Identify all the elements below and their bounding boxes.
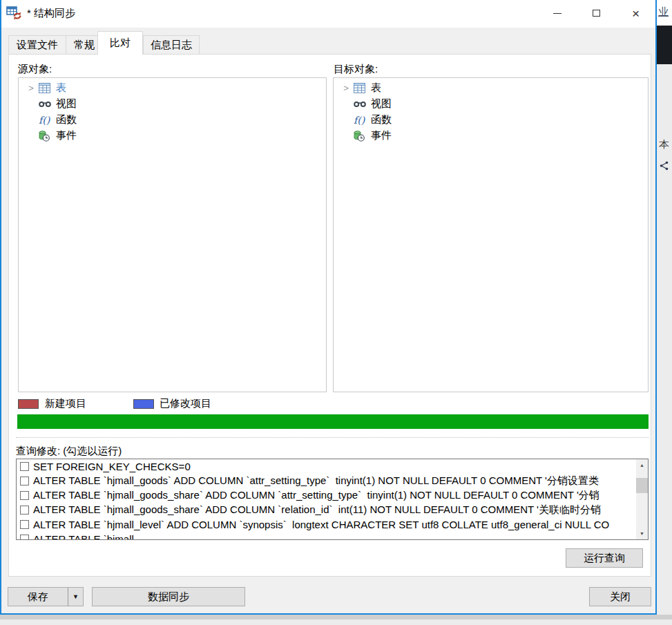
sql-text: ALTER TABLE `hjmall_level` ADD COLUMN `s… bbox=[33, 519, 609, 530]
new-items-label: 新建项目 bbox=[45, 397, 86, 410]
background-app-toolbar: 业 bbox=[657, 0, 672, 26]
save-button[interactable]: 保存 bbox=[8, 590, 68, 604]
function-icon: f() bbox=[39, 115, 54, 126]
save-split-button[interactable]: 保存 ▼ bbox=[8, 587, 84, 606]
background-dark-block bbox=[657, 26, 672, 64]
titlebar[interactable]: * 结构同步 × bbox=[1, 0, 655, 28]
tab-message-log[interactable]: 信息日志 bbox=[143, 35, 200, 55]
run-query-button[interactable]: 运行查询 bbox=[566, 548, 643, 568]
target-object-tree[interactable]: > 表 bbox=[333, 77, 649, 392]
structure-sync-dialog: * 结构同步 × 设置文件 常规 比对 信息日志 源对象: 目标对象: > bbox=[0, 0, 657, 615]
tree-item-label: 视图 bbox=[56, 97, 77, 110]
query-row[interactable]: ALTER TABLE `hjmall_goods_share` ADD COL… bbox=[17, 503, 636, 517]
background-app-strip: 业 本 bbox=[657, 0, 672, 615]
chevron-right-icon[interactable]: > bbox=[23, 83, 39, 93]
table-icon bbox=[354, 83, 369, 93]
structure-sync-icon bbox=[6, 6, 23, 21]
sql-text: ALTER TABLE `hjmall_goods_share` ADD COL… bbox=[33, 489, 599, 502]
view-icon bbox=[39, 100, 54, 108]
modified-items-label: 已修改项目 bbox=[160, 397, 211, 410]
new-items-swatch bbox=[18, 399, 39, 409]
tree-item-events[interactable]: 事件 bbox=[19, 128, 326, 144]
window-title: * 结构同步 bbox=[27, 0, 75, 26]
scroll-down-icon[interactable]: ▼ bbox=[636, 528, 648, 539]
tree-item-label: 事件 bbox=[56, 129, 77, 142]
screen: 业 本 bbox=[0, 0, 672, 625]
query-row[interactable]: ALTER TABLE `hjmall_level` ADD COLUMN `s… bbox=[17, 517, 636, 532]
modified-items-swatch bbox=[133, 399, 154, 409]
tree-item-label: 函数 bbox=[56, 113, 77, 126]
event-icon bbox=[39, 131, 54, 142]
tree-item-functions[interactable]: f() 函数 bbox=[334, 112, 648, 128]
query-row[interactable]: ALTER TABLE `hjmall_goods_share` ADD COL… bbox=[17, 488, 636, 503]
save-dropdown-button[interactable]: ▼ bbox=[68, 588, 83, 606]
tree-item-tables[interactable]: > 表 bbox=[334, 80, 648, 96]
query-listbox[interactable]: SET FOREIGN_KEY_CHECKS=0 ALTER TABLE `hj… bbox=[16, 459, 649, 540]
data-sync-button[interactable]: 数据同步 bbox=[92, 587, 245, 606]
query-checkbox[interactable] bbox=[20, 491, 29, 500]
window-controls: × bbox=[537, 0, 655, 26]
tree-item-views[interactable]: 视图 bbox=[334, 96, 648, 112]
tree-item-views[interactable]: 视图 bbox=[19, 96, 326, 112]
tree-item-events[interactable]: 事件 bbox=[334, 128, 648, 144]
query-checkbox[interactable] bbox=[20, 506, 29, 515]
query-checkbox[interactable] bbox=[20, 477, 29, 485]
maximize-icon bbox=[593, 10, 600, 17]
tree-item-label: 表 bbox=[56, 81, 66, 95]
chevron-down-icon: ▼ bbox=[73, 593, 79, 600]
vertical-scrollbar[interactable]: ▲ ▼ bbox=[636, 459, 648, 539]
query-row[interactable]: SET FOREIGN_KEY_CHECKS=0 bbox=[17, 459, 636, 474]
target-objects-label: 目标对象: bbox=[334, 63, 378, 76]
tab-compare[interactable]: 比对 bbox=[97, 31, 143, 55]
scrollbar-thumb[interactable] bbox=[636, 478, 648, 493]
background-partial-text-side: 本 bbox=[659, 138, 669, 151]
query-row-partial[interactable]: ALTER TABLE `hjmall_ bbox=[17, 532, 636, 539]
minimize-button[interactable] bbox=[537, 0, 577, 26]
background-bottom-light bbox=[0, 619, 672, 625]
separator bbox=[16, 437, 649, 438]
close-window-button[interactable]: × bbox=[616, 0, 655, 26]
background-bottom-strip bbox=[0, 615, 672, 625]
query-checkbox[interactable] bbox=[20, 520, 29, 529]
tree-item-tables[interactable]: > 表 bbox=[19, 80, 326, 96]
tab-group: 设置文件 常规 bbox=[8, 35, 103, 55]
progress-bar bbox=[17, 414, 649, 429]
query-rows: SET FOREIGN_KEY_CHECKS=0 ALTER TABLE `hj… bbox=[17, 459, 636, 539]
query-checkbox[interactable] bbox=[20, 535, 29, 539]
function-icon: f() bbox=[354, 115, 369, 126]
chevron-right-icon[interactable]: > bbox=[338, 83, 354, 93]
query-checkbox[interactable] bbox=[20, 462, 29, 471]
sql-text: ALTER TABLE `hjmall_goods` ADD COLUMN `a… bbox=[33, 474, 599, 488]
close-icon: × bbox=[632, 7, 640, 20]
tab-settings-file[interactable]: 设置文件 bbox=[9, 36, 66, 54]
sql-text: ALTER TABLE `hjmall_ bbox=[33, 533, 140, 539]
share-icon bbox=[660, 161, 669, 173]
view-icon bbox=[354, 100, 369, 108]
maximize-button[interactable] bbox=[577, 0, 616, 26]
query-row[interactable]: ALTER TABLE `hjmall_goods` ADD COLUMN `a… bbox=[17, 474, 636, 488]
compare-tab-page: 源对象: 目标对象: > 表 bbox=[8, 54, 651, 577]
sql-text: ALTER TABLE `hjmall_goods_share` ADD COL… bbox=[33, 503, 601, 517]
event-icon bbox=[354, 131, 369, 142]
tree-item-label: 函数 bbox=[371, 113, 392, 126]
tree-item-functions[interactable]: f() 函数 bbox=[19, 112, 326, 128]
table-icon bbox=[39, 83, 54, 93]
background-partial-text: 业 bbox=[658, 6, 669, 19]
tree-item-label: 表 bbox=[371, 81, 381, 95]
tree-item-label: 事件 bbox=[371, 129, 392, 142]
query-modifications-label: 查询修改: (勾选以运行) bbox=[16, 445, 122, 458]
minimize-icon bbox=[553, 13, 561, 14]
source-objects-label: 源对象: bbox=[18, 63, 52, 76]
source-object-tree[interactable]: > 表 bbox=[18, 77, 327, 392]
close-button[interactable]: 关闭 bbox=[589, 587, 651, 606]
scroll-up-icon[interactable]: ▲ bbox=[636, 459, 648, 471]
sql-text: SET FOREIGN_KEY_CHECKS=0 bbox=[33, 461, 191, 472]
tree-item-label: 视图 bbox=[371, 97, 392, 110]
